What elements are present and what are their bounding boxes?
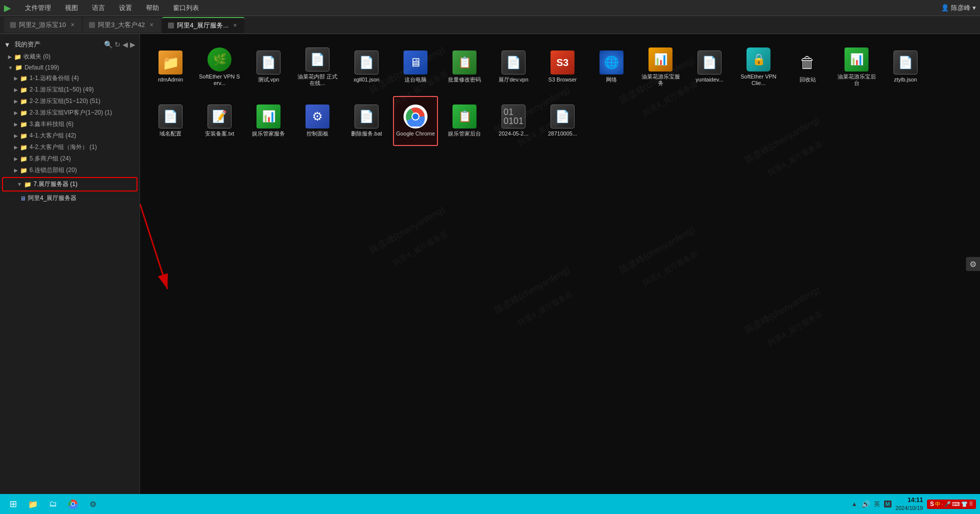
delete-service-icon: 📄: [354, 104, 378, 128]
menu-help[interactable]: 帮助: [140, 2, 165, 14]
icon-network[interactable]: 🌐 网络: [589, 42, 634, 92]
taskbar-settings-button[interactable]: ⚙: [84, 496, 102, 512]
sidebar-item-ali4-server[interactable]: 🖥 阿里4_展厅服务器: [0, 192, 140, 204]
lang-indicator: 英: [874, 500, 880, 508]
ent-home-backend-icon: 📋: [452, 104, 476, 128]
taskbar-chrome-button[interactable]: [64, 496, 82, 512]
sidebar-item-label: 阿里4_展厅服务器: [28, 194, 76, 202]
icon-softether-client[interactable]: 🔒 SoftEther VPN Clie...: [736, 42, 781, 92]
remote-settings-button[interactable]: ⚙: [966, 257, 980, 271]
icon-ztylb-json[interactable]: 📄 ztylb.json: [883, 42, 928, 92]
menu-settings[interactable]: 设置: [113, 2, 138, 14]
icon-ent-home-backend[interactable]: 📋 娱乐管家后台: [442, 96, 487, 146]
svg-point-6: [72, 502, 74, 506]
icon-label: 展厅dev.vpn: [498, 76, 528, 83]
sidebar-item-group41[interactable]: ▶ 📁 4-1.大客户组 (42): [0, 130, 140, 142]
taskbar-start-button[interactable]: ⊞: [4, 496, 22, 512]
sidebar-item-group21[interactable]: ▶ 📁 2-1.游乐宝组(1~50) (49): [0, 84, 140, 96]
icon-softether-vpn-server[interactable]: 🌿 SoftEther VPN Serv...: [197, 42, 242, 92]
sidebar-item-group23[interactable]: ▶ 📁 2-3.游乐宝组VIP客户(1~20) (1): [0, 107, 140, 118]
icon-batch-password[interactable]: 📋 批量修改密码: [442, 42, 487, 92]
sidebar-item-group5[interactable]: ▶ 📁 5.多商户组 (24): [0, 153, 140, 164]
icon-youcai-internal[interactable]: 📄 油菜花内部 正式在线...: [295, 42, 340, 92]
taskbar-file-manager-button[interactable]: 🗂: [44, 496, 62, 512]
icon-s3browser[interactable]: S3 S3 Browser: [540, 42, 585, 92]
expand-icon: ▶: [14, 144, 18, 150]
sidebar-item-favorites[interactable]: ▶ 📁 收藏夹 (0): [0, 51, 140, 62]
softether-server-icon: 🌿: [208, 48, 232, 72]
icon-ent-manager-service[interactable]: 📊 娱乐管家服务: [246, 96, 291, 146]
folder-icon: 📁: [28, 500, 38, 509]
ime-lang: 中: [935, 500, 940, 508]
icon-date-2024[interactable]: 010101 2024-05-2...: [491, 96, 536, 146]
icon-label: 控制面板: [306, 130, 328, 137]
menu-windows[interactable]: 窗口列表: [167, 2, 205, 14]
icon-domain-config[interactable]: 📄 域名配置: [148, 96, 193, 146]
icon-zhanting-vpn[interactable]: 📄 展厅dev.vpn: [491, 42, 536, 92]
menu-view[interactable]: 视图: [59, 2, 84, 14]
icon-label: 油菜花游乐宝服务: [640, 74, 681, 86]
refresh-icon[interactable]: ↻: [114, 40, 120, 48]
remote-desktop: 陈彦峰(chenyanfeng) 阿里4_展厅服务器 陈彦峰(chenyanfe…: [140, 34, 980, 494]
this-pc-icon: 🖥: [404, 50, 428, 74]
taskbar: ⊞ 📁 🗂 ⚙ ▲ 🔊 英 M 14:11 2024/10/19 S 中 ·: [0, 494, 980, 514]
taskbar-right: ▲ 🔊 英 M 14:11 2024/10/19 S 中 · 🎤 ⌨ 👕 ⠿: [852, 496, 976, 512]
tab-ali4[interactable]: 阿里4_展厅服务... ✕: [162, 17, 244, 33]
volume-icon[interactable]: 🔊: [862, 500, 870, 508]
date-2024-icon: 010101: [502, 104, 526, 128]
nav-next-icon[interactable]: ▶: [130, 40, 136, 48]
sidebar-item-label: 2-1.游乐宝组(1~50) (49): [30, 86, 94, 94]
expand-icon: ▶: [14, 76, 18, 81]
expand-icon[interactable]: ▲: [852, 500, 858, 508]
sidebar-item-group22[interactable]: ▶ 📁 2-2.游乐宝组(51~120) (51): [0, 96, 140, 107]
sidebar-item-group3[interactable]: ▶ 📁 3.鑫丰科技组 (6): [0, 118, 140, 130]
sogou-ime-bar[interactable]: S 中 · 🎤 ⌨ 👕 ⠿: [927, 500, 976, 509]
sidebar-item-label: 2-2.游乐宝组(51~120) (51): [30, 97, 100, 106]
icon-delete-service[interactable]: 📄 删除服务.bat: [344, 96, 389, 146]
icon-rdmAdmin[interactable]: 📁 rdmAdmin: [148, 42, 193, 92]
icon-recycle-bin[interactable]: 🗑 回收站: [785, 42, 830, 92]
input-method-icon[interactable]: M: [884, 500, 892, 508]
folder-icon: 📁: [20, 132, 28, 140]
sidebar-item-default[interactable]: ▼ 📁 Default (199): [0, 62, 140, 72]
menu-file[interactable]: 文件管理: [19, 2, 57, 14]
tab-ali3[interactable]: 阿里3_大客户42 ✕: [83, 18, 161, 32]
taskbar-explorer-button[interactable]: 📁: [24, 496, 42, 512]
sidebar-item-label: 6.连锁总部组 (20): [30, 166, 77, 174]
icon-this-pc[interactable]: 🖥 这台电脑: [393, 42, 438, 92]
nav-prev-icon[interactable]: ◀: [122, 40, 128, 48]
youcai-game-service-icon: 📊: [648, 48, 672, 72]
sidebar-item-group42[interactable]: ▶ 📁 4-2.大客户组（海外） (1): [0, 142, 140, 153]
menu-items: 文件管理 视图 语言 设置 帮助 窗口列表: [19, 2, 941, 14]
icon-youcai-game-service[interactable]: 📊 油菜花游乐宝服务: [638, 42, 683, 92]
icon-youcai-game-backend[interactable]: 📊 油菜花游乐宝后台: [834, 42, 879, 92]
tab-ali2[interactable]: 阿里2_游乐宝10 ✕: [4, 18, 82, 32]
tab-close-ali2[interactable]: ✕: [69, 22, 76, 28]
icon-label: 安装备案.txt: [205, 130, 234, 137]
icon-google-chrome[interactable]: Google Chrome: [393, 96, 438, 146]
tab-close-ali3[interactable]: ✕: [148, 22, 155, 28]
icon-287-file[interactable]: 📄 28710005...: [540, 96, 585, 146]
ime-skin: 👕: [961, 501, 968, 508]
clock-time: 14:11: [896, 496, 923, 504]
search-icon[interactable]: 🔍: [104, 40, 112, 48]
sidebar-item-group7-highlighted[interactable]: ▼ 📁 7.展厅服务器 (1): [2, 177, 138, 192]
folder-icon: 📁: [20, 98, 28, 105]
sidebar-item-group1[interactable]: ▶ 📁 1-1.远程备份组 (4): [0, 72, 140, 84]
folder-icon: 📁: [20, 156, 28, 162]
user-info[interactable]: 👤 陈彦峰 ▾: [941, 4, 976, 12]
icon-control-panel[interactable]: ⚙ 控制面板: [295, 96, 340, 146]
sidebar-item-label: 1-1.远程备份组 (4): [30, 74, 79, 82]
tab-close-ali4[interactable]: ✕: [232, 22, 238, 29]
user-name: 陈彦峰: [951, 4, 970, 12]
sidebar-item-group6[interactable]: ▶ 📁 6.连锁总部组 (20): [0, 164, 140, 176]
icon-xgll01[interactable]: 📄 xgll01.json: [344, 42, 389, 92]
icon-label: SoftEther VPN Serv...: [199, 74, 240, 86]
icon-test-vpn[interactable]: 📄 测试.vpn: [246, 42, 291, 92]
sidebar-item-label: 4-1.大客户组 (42): [30, 132, 76, 140]
icon-install-backup[interactable]: 📝 安装备案.txt: [197, 96, 242, 146]
expand-icon: ▼: [17, 182, 22, 187]
menu-lang[interactable]: 语言: [86, 2, 111, 14]
chevron-down-icon: ▼: [4, 41, 10, 48]
icon-yuntai-dev[interactable]: 📄 yuntaidev...: [687, 42, 732, 92]
